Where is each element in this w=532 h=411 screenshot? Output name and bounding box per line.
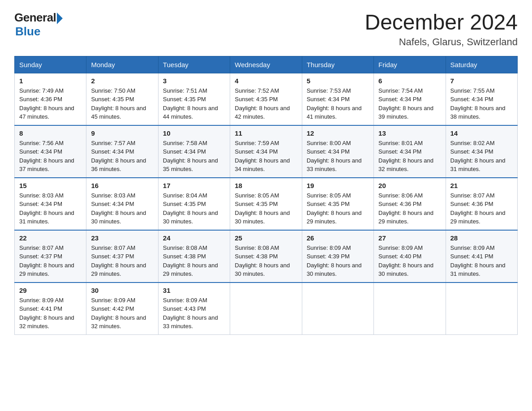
day-number: 20 <box>378 182 441 189</box>
day-number: 7 <box>450 77 513 85</box>
day-number: 30 <box>91 287 153 294</box>
page-header: General Blue December 2024 Nafels, Glaru… <box>14 11 518 48</box>
calendar-empty-cell <box>230 283 302 335</box>
day-number: 27 <box>378 234 441 242</box>
day-number: 24 <box>163 234 225 242</box>
calendar-table: SundayMondayTuesdayWednesdayThursdayFrid… <box>14 56 518 335</box>
calendar-empty-cell <box>302 283 373 335</box>
calendar-day-cell: 12 Sunrise: 8:00 AMSunset: 4:34 PMDaylig… <box>302 125 373 178</box>
calendar-day-cell: 25 Sunrise: 8:08 AMSunset: 4:38 PMDaylig… <box>230 230 302 283</box>
calendar-day-cell: 31 Sunrise: 8:09 AMSunset: 4:43 PMDaylig… <box>158 283 230 335</box>
calendar-day-cell: 23 Sunrise: 8:07 AMSunset: 4:37 PMDaylig… <box>86 230 158 283</box>
calendar-week-row: 29 Sunrise: 8:09 AMSunset: 4:41 PMDaylig… <box>15 283 518 335</box>
calendar-day-cell: 2 Sunrise: 7:50 AMSunset: 4:35 PMDayligh… <box>86 73 158 125</box>
calendar-day-cell: 22 Sunrise: 8:07 AMSunset: 4:37 PMDaylig… <box>15 230 86 283</box>
day-number: 28 <box>450 234 513 242</box>
calendar-header-friday: Friday <box>374 56 446 73</box>
day-number: 8 <box>19 129 82 137</box>
calendar-day-cell: 28 Sunrise: 8:09 AMSunset: 4:41 PMDaylig… <box>446 230 517 283</box>
calendar-header-sunday: Sunday <box>15 56 86 73</box>
day-info: Sunrise: 8:08 AMSunset: 4:38 PMDaylight:… <box>163 244 225 278</box>
day-number: 11 <box>235 129 297 137</box>
calendar-day-cell: 17 Sunrise: 8:04 AMSunset: 4:35 PMDaylig… <box>158 178 230 230</box>
day-info: Sunrise: 8:09 AMSunset: 4:41 PMDaylight:… <box>450 244 513 278</box>
calendar-day-cell: 20 Sunrise: 8:06 AMSunset: 4:36 PMDaylig… <box>374 178 446 230</box>
calendar-day-cell: 6 Sunrise: 7:54 AMSunset: 4:34 PMDayligh… <box>374 73 446 125</box>
calendar-header-wednesday: Wednesday <box>230 56 302 73</box>
day-number: 9 <box>91 129 153 137</box>
calendar-day-cell: 7 Sunrise: 7:55 AMSunset: 4:34 PMDayligh… <box>446 73 517 125</box>
day-number: 23 <box>91 234 153 242</box>
day-info: Sunrise: 8:07 AMSunset: 4:37 PMDaylight:… <box>19 244 82 278</box>
calendar-day-cell: 10 Sunrise: 7:58 AMSunset: 4:34 PMDaylig… <box>158 125 230 178</box>
calendar-day-cell: 5 Sunrise: 7:53 AMSunset: 4:34 PMDayligh… <box>302 73 373 125</box>
day-number: 1 <box>19 77 82 85</box>
calendar-day-cell: 27 Sunrise: 8:09 AMSunset: 4:40 PMDaylig… <box>374 230 446 283</box>
day-number: 17 <box>163 182 225 189</box>
day-info: Sunrise: 8:09 AMSunset: 4:43 PMDaylight:… <box>163 296 225 331</box>
day-info: Sunrise: 7:59 AMSunset: 4:34 PMDaylight:… <box>235 139 297 174</box>
day-info: Sunrise: 8:03 AMSunset: 4:34 PMDaylight:… <box>19 191 82 226</box>
day-number: 22 <box>19 234 82 242</box>
day-info: Sunrise: 8:01 AMSunset: 4:34 PMDaylight:… <box>378 139 441 174</box>
day-info: Sunrise: 8:05 AMSunset: 4:35 PMDaylight:… <box>235 191 297 226</box>
calendar-day-cell: 9 Sunrise: 7:57 AMSunset: 4:34 PMDayligh… <box>86 125 158 178</box>
day-number: 5 <box>307 77 369 85</box>
day-number: 29 <box>19 287 82 294</box>
day-info: Sunrise: 8:07 AMSunset: 4:36 PMDaylight:… <box>450 191 513 226</box>
day-info: Sunrise: 8:08 AMSunset: 4:38 PMDaylight:… <box>235 244 297 278</box>
calendar-week-row: 22 Sunrise: 8:07 AMSunset: 4:37 PMDaylig… <box>15 230 518 283</box>
calendar-day-cell: 30 Sunrise: 8:09 AMSunset: 4:42 PMDaylig… <box>86 283 158 335</box>
calendar-week-row: 1 Sunrise: 7:49 AMSunset: 4:36 PMDayligh… <box>15 73 518 125</box>
calendar-day-cell: 15 Sunrise: 8:03 AMSunset: 4:34 PMDaylig… <box>15 178 86 230</box>
calendar-day-cell: 16 Sunrise: 8:03 AMSunset: 4:34 PMDaylig… <box>86 178 158 230</box>
day-info: Sunrise: 7:50 AMSunset: 4:35 PMDaylight:… <box>91 86 153 121</box>
calendar-day-cell: 29 Sunrise: 8:09 AMSunset: 4:41 PMDaylig… <box>15 283 86 335</box>
day-info: Sunrise: 7:56 AMSunset: 4:34 PMDaylight:… <box>19 139 82 174</box>
day-info: Sunrise: 7:58 AMSunset: 4:34 PMDaylight:… <box>163 139 225 174</box>
logo-general-text: General <box>14 11 56 25</box>
day-number: 6 <box>378 77 441 85</box>
day-info: Sunrise: 8:02 AMSunset: 4:34 PMDaylight:… <box>450 139 513 174</box>
day-number: 13 <box>378 129 441 137</box>
calendar-header-row: SundayMondayTuesdayWednesdayThursdayFrid… <box>15 56 518 73</box>
calendar-day-cell: 14 Sunrise: 8:02 AMSunset: 4:34 PMDaylig… <box>446 125 517 178</box>
day-info: Sunrise: 8:09 AMSunset: 4:39 PMDaylight:… <box>307 244 369 278</box>
logo: General Blue <box>14 11 63 39</box>
page-subtitle: Nafels, Glarus, Switzerland <box>365 36 518 48</box>
logo-arrow-icon <box>57 13 63 24</box>
page-title: December 2024 <box>365 11 518 34</box>
day-number: 21 <box>450 182 513 189</box>
day-number: 31 <box>163 287 225 294</box>
day-number: 15 <box>19 182 82 189</box>
calendar-day-cell: 18 Sunrise: 8:05 AMSunset: 4:35 PMDaylig… <box>230 178 302 230</box>
calendar-day-cell: 26 Sunrise: 8:09 AMSunset: 4:39 PMDaylig… <box>302 230 373 283</box>
calendar-header-thursday: Thursday <box>302 56 373 73</box>
day-info: Sunrise: 7:49 AMSunset: 4:36 PMDaylight:… <box>19 86 82 121</box>
calendar-day-cell: 21 Sunrise: 8:07 AMSunset: 4:36 PMDaylig… <box>446 178 517 230</box>
calendar-empty-cell <box>374 283 446 335</box>
day-number: 18 <box>235 182 297 189</box>
day-info: Sunrise: 8:06 AMSunset: 4:36 PMDaylight:… <box>378 191 441 226</box>
day-info: Sunrise: 8:07 AMSunset: 4:37 PMDaylight:… <box>91 244 153 278</box>
calendar-week-row: 8 Sunrise: 7:56 AMSunset: 4:34 PMDayligh… <box>15 125 518 178</box>
day-info: Sunrise: 7:53 AMSunset: 4:34 PMDaylight:… <box>307 86 369 121</box>
day-number: 19 <box>307 182 369 189</box>
day-info: Sunrise: 8:09 AMSunset: 4:41 PMDaylight:… <box>19 296 82 331</box>
day-info: Sunrise: 7:51 AMSunset: 4:35 PMDaylight:… <box>163 86 225 121</box>
day-number: 4 <box>235 77 297 85</box>
day-number: 2 <box>91 77 153 85</box>
day-number: 3 <box>163 77 225 85</box>
calendar-day-cell: 11 Sunrise: 7:59 AMSunset: 4:34 PMDaylig… <box>230 125 302 178</box>
day-number: 25 <box>235 234 297 242</box>
day-number: 10 <box>163 129 225 137</box>
calendar-day-cell: 4 Sunrise: 7:52 AMSunset: 4:35 PMDayligh… <box>230 73 302 125</box>
day-number: 12 <box>307 129 369 137</box>
day-info: Sunrise: 7:55 AMSunset: 4:34 PMDaylight:… <box>450 86 513 121</box>
calendar-header-saturday: Saturday <box>446 56 517 73</box>
calendar-day-cell: 13 Sunrise: 8:01 AMSunset: 4:34 PMDaylig… <box>374 125 446 178</box>
calendar-day-cell: 24 Sunrise: 8:08 AMSunset: 4:38 PMDaylig… <box>158 230 230 283</box>
day-info: Sunrise: 8:03 AMSunset: 4:34 PMDaylight:… <box>91 191 153 226</box>
day-info: Sunrise: 8:00 AMSunset: 4:34 PMDaylight:… <box>307 139 369 174</box>
day-info: Sunrise: 8:09 AMSunset: 4:40 PMDaylight:… <box>378 244 441 278</box>
